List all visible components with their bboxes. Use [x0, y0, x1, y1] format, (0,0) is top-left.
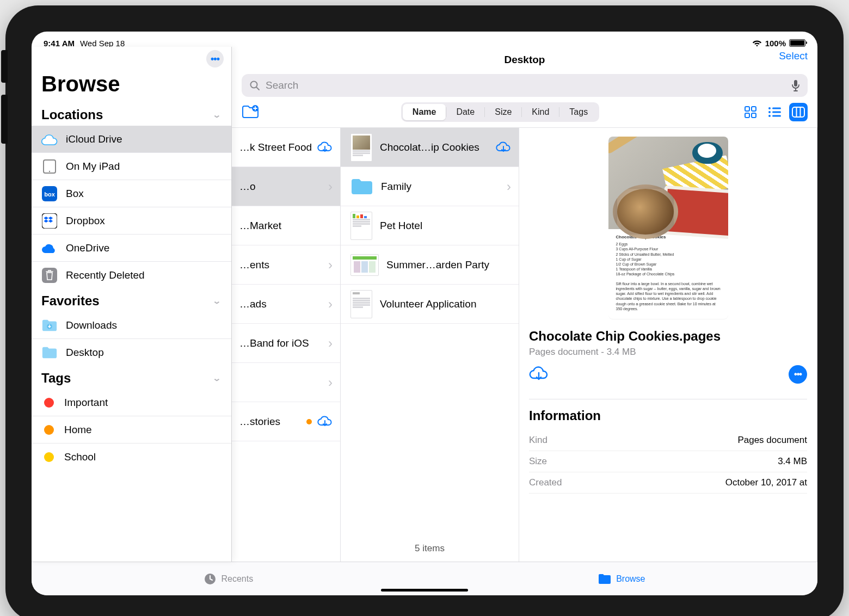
- info-value: Pages document: [737, 435, 807, 446]
- sidebar-item-label: Recently Deleted: [66, 269, 145, 281]
- info-value: October 10, 2017 at: [725, 477, 807, 488]
- wifi-icon: [752, 39, 762, 47]
- list-item[interactable]: …ads›: [232, 285, 340, 324]
- file-thumbnail-icon: [350, 212, 372, 240]
- list-item-label: …ents: [239, 259, 333, 271]
- tag-dot-icon: [306, 419, 312, 424]
- svg-rect-13: [745, 113, 749, 118]
- status-bar: 9:41 AM Wed Sep 18 100%: [32, 32, 817, 47]
- select-button[interactable]: Select: [779, 50, 808, 62]
- list-item[interactable]: Chocolat…ip Cookies: [341, 128, 519, 167]
- file-thumbnail-icon: [350, 290, 372, 318]
- folder-downloads-icon: [41, 317, 58, 334]
- svg-rect-21: [792, 107, 804, 117]
- list-item[interactable]: Pet Hotel: [341, 206, 519, 245]
- svg-point-19: [768, 115, 771, 117]
- info-key: Created: [529, 477, 562, 488]
- sidebar-item-label: Desktop: [66, 347, 104, 359]
- sidebar-tag-home[interactable]: Home: [32, 416, 231, 443]
- list-item[interactable]: Volunteer Application: [341, 285, 519, 324]
- list-item[interactable]: Summer…arden Party: [341, 245, 519, 285]
- search-field[interactable]: [242, 74, 808, 97]
- list-item-label: Volunteer Application: [380, 298, 511, 310]
- page-title: Desktop: [505, 54, 545, 66]
- folder-icon: [350, 178, 373, 195]
- view-list-button[interactable]: [765, 103, 784, 121]
- info-row: KindPages document: [529, 430, 807, 451]
- column-view: …k Street Food…o›…Market…ents›…ads›…Band…: [232, 127, 817, 562]
- dropbox-icon: [41, 213, 58, 229]
- list-item-label: Summer…arden Party: [386, 259, 511, 271]
- sidebar-item-label: On My iPad: [66, 161, 120, 173]
- sidebar-item-recently-deleted[interactable]: Recently Deleted: [32, 262, 231, 289]
- detail-thumbnail: Chocolate Chip Cookies2 Eggs3 Cups All-P…: [608, 137, 728, 319]
- list-item-label: Chocolat…ip Cookies: [380, 141, 511, 153]
- info-key: Kind: [529, 435, 547, 446]
- svg-rect-18: [772, 112, 781, 113]
- list-item[interactable]: …k Street Food: [232, 128, 340, 167]
- sidebar-item-dropbox[interactable]: Dropbox: [32, 207, 231, 235]
- svg-text:box: box: [44, 191, 55, 198]
- sort-name[interactable]: Name: [403, 104, 446, 120]
- sort-tags[interactable]: Tags: [559, 104, 598, 120]
- list-item[interactable]: ›: [232, 363, 340, 402]
- sidebar-item-downloads[interactable]: Downloads: [32, 312, 231, 339]
- list-item[interactable]: …ents›: [232, 245, 340, 285]
- tab-browse[interactable]: Browse: [598, 573, 645, 585]
- list-item[interactable]: Family›: [341, 167, 519, 206]
- sort-size[interactable]: Size: [485, 104, 521, 120]
- view-grid-button[interactable]: [741, 103, 760, 121]
- chevron-down-icon: ⌄: [212, 374, 222, 383]
- list-item-label: …Band for iOS: [239, 337, 333, 349]
- screen: 9:41 AM Wed Sep 18 100% ••• Browse Locat…: [32, 32, 817, 595]
- sidebar-item-on-my-ipad[interactable]: On My iPad: [32, 153, 231, 180]
- search-icon: [249, 80, 260, 91]
- tab-recents[interactable]: Recents: [204, 572, 253, 586]
- list-item[interactable]: …Market: [232, 206, 340, 245]
- column-1: …k Street Food…o›…Market…ents›…ads›…Band…: [232, 128, 341, 562]
- dictation-icon[interactable]: [791, 79, 800, 91]
- svg-point-15: [768, 107, 771, 109]
- column-2: Chocolat…ip CookiesFamily›Pet HotelSumme…: [341, 128, 519, 562]
- detail-filename: Chocolate Chip Cookies.pages: [529, 329, 807, 344]
- svg-rect-11: [745, 107, 749, 111]
- cloud-download-icon[interactable]: [317, 141, 333, 154]
- svg-point-1: [49, 170, 50, 171]
- sort-kind[interactable]: Kind: [522, 104, 559, 120]
- sidebar-more-button[interactable]: •••: [206, 50, 224, 67]
- sidebar-item-desktop[interactable]: Desktop: [32, 339, 231, 366]
- cloud-download-icon[interactable]: [496, 141, 511, 154]
- detail-more-button[interactable]: •••: [789, 365, 807, 384]
- battery-icon: [789, 39, 805, 47]
- cloud-download-icon[interactable]: [317, 415, 333, 428]
- sidebar-item-icloud-drive[interactable]: iCloud Drive: [32, 126, 231, 153]
- sort-date[interactable]: Date: [446, 104, 484, 120]
- sidebar-item-box[interactable]: box Box: [32, 180, 231, 207]
- section-tags-header[interactable]: Tags⌄: [32, 366, 231, 389]
- search-input[interactable]: [266, 79, 786, 91]
- svg-rect-16: [772, 108, 781, 109]
- list-item[interactable]: …o›: [232, 167, 340, 206]
- view-columns-button[interactable]: [789, 103, 808, 121]
- detail-pane: Chocolate Chip Cookies2 Eggs3 Cups All-P…: [519, 128, 817, 562]
- chevron-down-icon: ⌄: [212, 297, 222, 306]
- sidebar-tag-important[interactable]: Important: [32, 389, 231, 416]
- section-locations-header[interactable]: Locations⌄: [32, 103, 231, 126]
- sort-segmented-control: Name Date Size Kind Tags: [401, 102, 599, 122]
- info-key: Size: [529, 456, 547, 467]
- info-heading: Information: [529, 408, 807, 423]
- ipad-frame: 9:41 AM Wed Sep 18 100% ••• Browse Locat…: [5, 5, 844, 616]
- onedrive-icon: [41, 240, 58, 256]
- home-indicator[interactable]: [381, 589, 468, 592]
- list-item[interactable]: …stories: [232, 402, 340, 441]
- sidebar-item-onedrive[interactable]: OneDrive: [32, 235, 231, 262]
- list-item[interactable]: …Band for iOS›: [232, 324, 340, 363]
- sidebar-tag-school[interactable]: School: [32, 443, 231, 471]
- new-folder-button[interactable]: [242, 105, 259, 119]
- info-row: Size3.4 MB: [529, 451, 807, 472]
- list-item-label: Family: [381, 181, 511, 193]
- detail-download-button[interactable]: [529, 366, 549, 383]
- battery-pct: 100%: [765, 39, 786, 48]
- file-thumbnail-icon: [350, 254, 379, 276]
- section-favorites-header[interactable]: Favorites⌄: [32, 289, 231, 312]
